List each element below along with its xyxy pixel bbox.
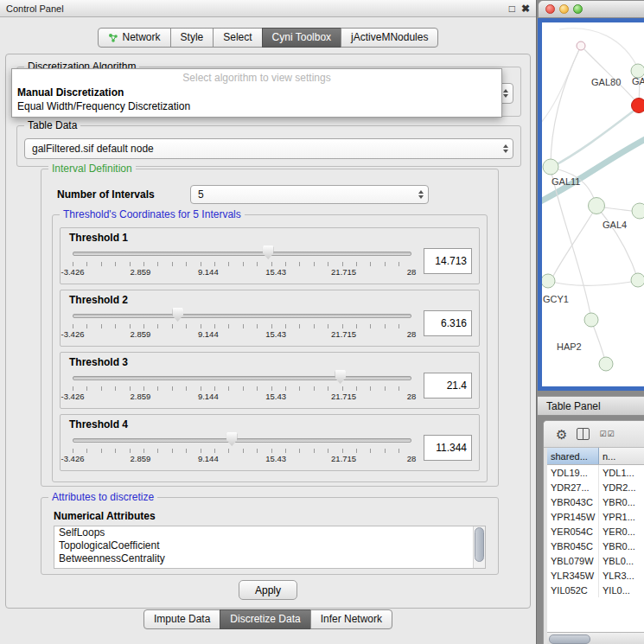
slider-thumb[interactable] xyxy=(172,308,183,322)
tab-label: Select xyxy=(223,31,252,44)
slider-thumb[interactable] xyxy=(263,245,274,259)
slider-track[interactable] xyxy=(73,314,411,318)
cell[interactable]: YIL052C xyxy=(547,583,599,597)
table-row[interactable]: YBR045CYBR0... xyxy=(547,539,644,553)
slider-track[interactable] xyxy=(73,252,411,256)
tab-infer-network[interactable]: Infer Network xyxy=(310,609,392,629)
scale-label: 2.859 xyxy=(131,267,151,277)
cell[interactable]: YDL1... xyxy=(599,465,644,480)
table-row[interactable]: YLR345WYLR3... xyxy=(547,568,644,583)
list-item[interactable]: TopologicalCoefficient xyxy=(54,539,485,552)
scale-label: 28 xyxy=(407,329,417,339)
cell[interactable]: YBL079W xyxy=(547,553,599,568)
columns-icon[interactable] xyxy=(577,428,590,440)
table-row[interactable]: YPR145WYPR1... xyxy=(547,509,644,524)
number-of-intervals-combobox[interactable]: 5 xyxy=(190,185,429,204)
threshold-2-slider[interactable] xyxy=(73,307,411,322)
threshold-2-value-field[interactable]: 6.316 xyxy=(424,310,472,336)
cell[interactable]: YER054C xyxy=(547,524,599,539)
tab-cyni-toolbox[interactable]: Cyni Toolbox xyxy=(262,28,341,48)
node-selected-red[interactable] xyxy=(632,99,644,113)
scrollbar-thumb[interactable] xyxy=(549,634,590,644)
tab-discretize-data[interactable]: Discretize Data xyxy=(220,609,310,629)
dropdown-option-manual-discretization[interactable]: Manual Discretization xyxy=(12,86,501,99)
table-data-combobox[interactable]: galFiltered.sif default node xyxy=(24,138,513,159)
cell[interactable]: YIL0... xyxy=(599,583,644,597)
table-row[interactable]: YBR043CYBR0... xyxy=(547,494,644,509)
cell[interactable]: YBR0... xyxy=(599,494,644,509)
window-title: Control Panel xyxy=(6,3,64,14)
table-row[interactable]: YDL19...YDL1... xyxy=(547,465,644,480)
node[interactable] xyxy=(631,273,644,287)
node[interactable] xyxy=(543,159,558,175)
close-traffic-light-icon[interactable] xyxy=(545,4,555,14)
numerical-attributes-list[interactable]: SelfLoops TopologicalCoefficient Between… xyxy=(54,526,486,569)
cell[interactable]: YPR145W xyxy=(547,509,599,524)
column-header-name[interactable]: n... xyxy=(599,448,644,464)
group-label: Table Data xyxy=(24,119,80,131)
list-item[interactable]: SelfLoops xyxy=(54,526,485,539)
select-columns-icon[interactable]: ☑☑ xyxy=(599,430,615,438)
dropdown-placeholder-item: Select algorithm to view settings xyxy=(12,69,501,86)
list-item[interactable]: BetweennessCentrality xyxy=(54,552,485,565)
gear-icon[interactable]: ⚙ xyxy=(556,428,567,441)
apply-button[interactable]: Apply xyxy=(239,580,297,600)
minimize-traffic-light-icon[interactable] xyxy=(559,4,569,14)
scale-label: 9.144 xyxy=(198,454,219,463)
slider-track[interactable] xyxy=(73,438,411,443)
threshold-3-slider[interactable] xyxy=(73,369,411,385)
cell[interactable]: YDR2... xyxy=(599,480,644,494)
threshold-3-panel: Threshold 3 -3.426 2.859 9.144 xyxy=(60,352,480,409)
scale-label: 15.43 xyxy=(265,267,286,277)
cell[interactable]: YBR045C xyxy=(547,539,599,553)
tab-label: Impute Data xyxy=(154,613,210,626)
close-icon[interactable]: ✖ xyxy=(521,3,530,14)
horizontal-scrollbar[interactable] xyxy=(547,632,644,644)
table-row[interactable]: YDR27...YDR2... xyxy=(547,480,644,494)
cell[interactable]: YDR27... xyxy=(547,480,599,494)
table-row[interactable]: YER054CYER0... xyxy=(547,524,644,539)
slider-thumb[interactable] xyxy=(226,432,238,446)
dropdown-option-equal-width[interactable]: Equal Width/Frequency Discretization xyxy=(12,99,501,113)
slider-thumb[interactable] xyxy=(335,370,346,384)
slider-ticks xyxy=(73,449,411,453)
cell[interactable]: YDL19... xyxy=(547,465,599,480)
table-row[interactable]: YBL079WYBL0... xyxy=(547,553,644,568)
slider-scale: -3.426 2.859 9.144 15.43 21.715 28 xyxy=(73,454,411,463)
float-window-icon[interactable]: □ xyxy=(509,3,515,14)
threshold-4-slider[interactable] xyxy=(73,431,411,447)
node[interactable] xyxy=(577,41,585,50)
threshold-4-value-field[interactable]: 11.344 xyxy=(424,435,472,461)
node[interactable] xyxy=(632,203,644,219)
cell[interactable]: YER0... xyxy=(599,524,644,539)
scrollbar-thumb[interactable] xyxy=(475,527,484,562)
cell[interactable]: YPR1... xyxy=(599,509,644,524)
tab-style[interactable]: Style xyxy=(170,28,214,48)
tab-select[interactable]: Select xyxy=(213,28,262,48)
column-header-shared[interactable]: shared... xyxy=(547,448,599,464)
node[interactable] xyxy=(589,198,605,214)
slider-track[interactable] xyxy=(73,376,411,380)
tab-impute-data[interactable]: Impute Data xyxy=(143,609,220,629)
cell[interactable]: YBL0... xyxy=(599,553,644,568)
node[interactable] xyxy=(584,313,598,327)
node-label: GCY1 xyxy=(543,294,569,304)
slider-ticks xyxy=(73,386,411,391)
tab-network[interactable]: Network xyxy=(98,28,171,48)
threshold-1-slider[interactable] xyxy=(73,245,411,260)
threshold-title: Threshold 1 xyxy=(69,232,472,244)
network-canvas[interactable]: GAL80 GA GAL11 GAL4 GCY1 HAP2 xyxy=(542,22,644,386)
vertical-scrollbar[interactable] xyxy=(473,526,485,568)
cell[interactable]: YLR3... xyxy=(599,568,644,583)
group-label: Interval Definition xyxy=(48,163,136,175)
tab-jactivemnodules[interactable]: jActiveMNodules xyxy=(341,28,438,48)
node[interactable] xyxy=(599,357,613,371)
cell[interactable]: YBR043C xyxy=(547,494,599,509)
zoom-traffic-light-icon[interactable] xyxy=(573,4,583,14)
threshold-1-value-field[interactable]: 14.713 xyxy=(424,248,472,274)
table-row[interactable]: YIL052CYIL0... xyxy=(547,583,644,597)
cell[interactable]: YLR345W xyxy=(547,568,599,583)
threshold-3-value-field[interactable]: 21.4 xyxy=(424,373,472,399)
node[interactable] xyxy=(542,274,555,288)
cell[interactable]: YBR0... xyxy=(599,539,644,553)
